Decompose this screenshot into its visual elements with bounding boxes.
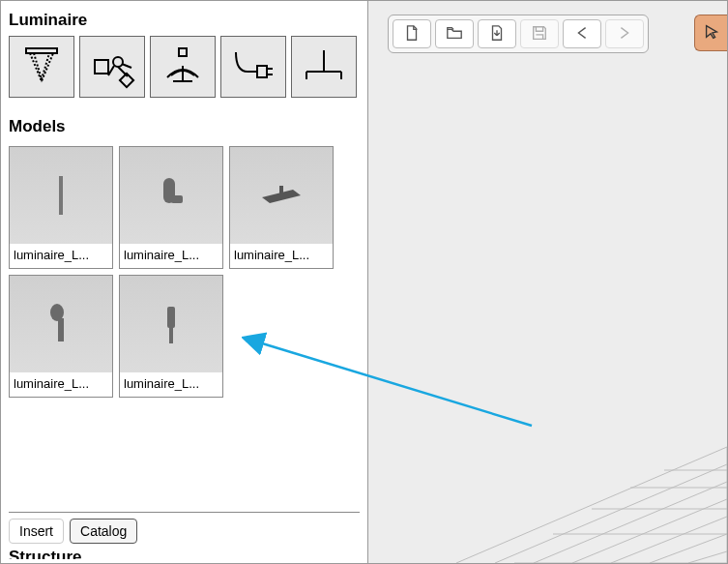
catalog-button[interactable]: Catalog (70, 519, 137, 544)
back-arrow-icon (573, 24, 591, 45)
svg-rect-4 (179, 48, 187, 56)
model-label: luminaire_L... (10, 372, 112, 397)
luminaire-lamp-button[interactable] (291, 36, 357, 98)
luminaire-ceiling-spot-button[interactable] (9, 36, 74, 98)
model-card[interactable]: luminaire_L... (9, 146, 113, 269)
models-section-title: Models (9, 117, 360, 136)
luminaire-uplight-button[interactable] (150, 36, 216, 98)
model-label: luminaire_L... (10, 244, 112, 268)
svg-rect-16 (171, 195, 183, 203)
svg-rect-20 (167, 307, 175, 328)
model-card[interactable]: luminaire_L... (229, 146, 334, 269)
forward-button (605, 19, 644, 48)
left-panel: Luminaire (1, 1, 368, 563)
new-file-icon (403, 24, 421, 45)
luminaire-plug-icon (230, 43, 277, 92)
model-label: luminaire_L... (120, 244, 222, 268)
svg-rect-21 (169, 328, 173, 343)
viewport-toolbar (388, 15, 649, 53)
model-card[interactable]: luminaire_L... (119, 275, 223, 398)
svg-line-28 (688, 551, 727, 563)
viewport-3d[interactable] (368, 1, 727, 563)
svg-point-2 (113, 57, 123, 67)
svg-line-22 (456, 447, 727, 563)
model-thumb-rod-icon (10, 147, 112, 244)
svg-rect-7 (257, 66, 267, 77)
svg-line-27 (650, 534, 727, 563)
luminaire-ceiling-spot-icon (18, 43, 65, 92)
import-button[interactable] (478, 19, 516, 48)
insert-button[interactable]: Insert (9, 519, 64, 544)
models-grid: luminaire_L... luminaire_L... (9, 146, 360, 398)
cursor-tool-icon (703, 23, 720, 44)
model-label: luminaire_L... (230, 244, 333, 268)
new-file-button[interactable] (393, 19, 431, 48)
save-button (520, 19, 559, 48)
floor-grid-icon (456, 408, 727, 563)
bottom-button-bar: Insert Catalog (9, 512, 360, 544)
open-file-icon (446, 24, 463, 45)
model-thumb-plate-icon (230, 147, 333, 244)
luminaire-section-title: Luminaire (9, 11, 360, 30)
app-root: Luminaire (0, 0, 728, 564)
model-thumb-post-icon (120, 276, 222, 372)
luminaire-uplight-icon (160, 43, 206, 92)
svg-rect-14 (59, 176, 63, 215)
svg-rect-17 (279, 186, 283, 193)
svg-rect-19 (58, 318, 64, 341)
forward-arrow-icon (616, 24, 633, 45)
luminaire-type-row (9, 36, 360, 98)
model-card[interactable]: luminaire_L... (9, 275, 113, 398)
open-file-button[interactable] (435, 19, 474, 48)
back-button[interactable] (563, 19, 601, 48)
luminaire-emitter-button[interactable] (79, 36, 145, 98)
svg-rect-1 (95, 60, 108, 74)
model-thumb-cylinder-icon (120, 147, 222, 244)
svg-line-24 (534, 482, 727, 563)
model-thumb-spotlight-icon (10, 276, 112, 372)
luminaire-plug-button[interactable] (220, 36, 286, 98)
luminaire-emitter-icon (89, 43, 135, 92)
cursor-tool-button[interactable] (694, 15, 727, 51)
svg-rect-0 (26, 48, 57, 53)
luminaire-lamp-icon (301, 43, 347, 92)
model-card[interactable]: luminaire_L... (119, 146, 223, 269)
model-label: luminaire_L... (120, 372, 222, 397)
import-icon (488, 24, 506, 45)
save-icon (531, 24, 548, 45)
structure-section-title: Structure (9, 548, 360, 559)
